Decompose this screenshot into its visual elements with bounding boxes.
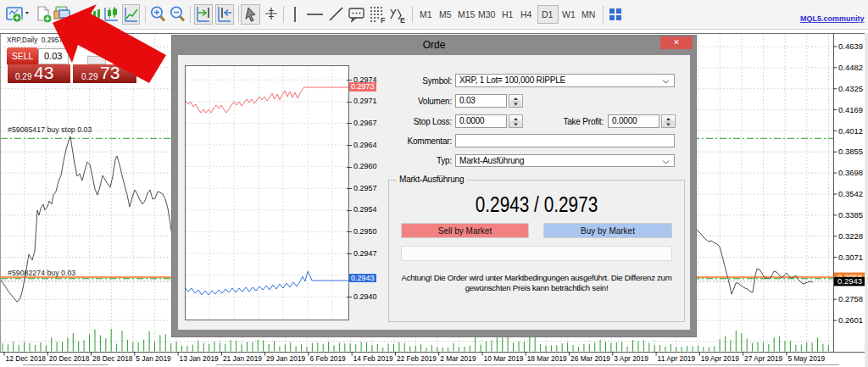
svg-text:12 Dec 2018: 12 Dec 2018 <box>6 354 47 363</box>
svg-text:M1: M1 <box>420 9 432 19</box>
svg-text:M15: M15 <box>458 9 476 19</box>
svg-text:MN: MN <box>581 9 595 19</box>
svg-text:0.2943: 0.2943 <box>837 276 862 286</box>
svg-text:5 May 2019: 5 May 2019 <box>787 354 825 363</box>
svg-text:MQL5.community: MQL5.community <box>800 14 865 23</box>
svg-text:29 Jan 2019: 29 Jan 2019 <box>266 354 305 363</box>
svg-text:0.3071: 0.3071 <box>838 253 863 262</box>
svg-text:H4: H4 <box>520 9 532 19</box>
svg-text:0.4639: 0.4639 <box>838 42 863 51</box>
svg-text:11 Apr 2019: 11 Apr 2019 <box>658 354 696 363</box>
svg-text:19 Apr 2019: 19 Apr 2019 <box>701 354 740 363</box>
svg-text:14 Feb 2019: 14 Feb 2019 <box>353 354 393 363</box>
svg-text:F: F <box>381 16 386 25</box>
svg-text:10 Mar 2019: 10 Mar 2019 <box>484 354 524 363</box>
svg-text:W1: W1 <box>562 9 576 19</box>
svg-text:21 Jan 2019: 21 Jan 2019 <box>223 354 262 363</box>
svg-text:20 Dec 2018: 20 Dec 2018 <box>49 354 90 363</box>
svg-text:M30: M30 <box>478 9 496 19</box>
svg-text:0.3855: 0.3855 <box>838 147 863 156</box>
svg-text:0.2601: 0.2601 <box>838 315 863 325</box>
svg-text:0.3542: 0.3542 <box>838 189 863 198</box>
svg-text:22 Feb 2019: 22 Feb 2019 <box>397 354 437 363</box>
svg-text:0.3228: 0.3228 <box>838 231 863 241</box>
svg-text:28 Dec 2018: 28 Dec 2018 <box>92 354 133 363</box>
svg-text:0.2758: 0.2758 <box>838 294 863 303</box>
svg-text:26 Mar 2019: 26 Mar 2019 <box>570 354 610 363</box>
svg-text:H1: H1 <box>502 9 514 19</box>
svg-text:0.4169: 0.4169 <box>838 105 863 114</box>
svg-text:2 Mar 2019: 2 Mar 2019 <box>440 354 476 363</box>
svg-text:13 Jan 2019: 13 Jan 2019 <box>180 354 219 363</box>
svg-text:0.4482: 0.4482 <box>838 63 863 72</box>
svg-text:6 Feb 2019: 6 Feb 2019 <box>309 354 346 363</box>
svg-text:#59082274 buy 0.03: #59082274 buy 0.03 <box>8 269 75 277</box>
svg-text:5 Jan 2019: 5 Jan 2019 <box>136 354 171 363</box>
svg-text:0.4325: 0.4325 <box>838 84 863 93</box>
svg-text:D1: D1 <box>542 9 554 19</box>
svg-text:0.4012: 0.4012 <box>838 126 863 136</box>
svg-text:18 Mar 2019: 18 Mar 2019 <box>527 354 567 363</box>
svg-text:0.3698: 0.3698 <box>838 168 863 177</box>
svg-text:3 Apr 2019: 3 Apr 2019 <box>614 354 648 363</box>
svg-text:0.3385: 0.3385 <box>838 210 863 220</box>
svg-text:M5: M5 <box>439 9 452 19</box>
svg-text:E: E <box>400 16 405 25</box>
svg-text:27 Apr 2019: 27 Apr 2019 <box>744 354 783 363</box>
